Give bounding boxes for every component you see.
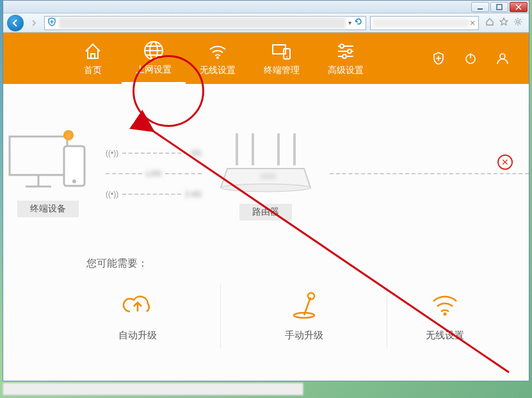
svg-point-9 xyxy=(340,44,344,48)
svg-point-2 xyxy=(517,21,519,23)
nav-right-icons xyxy=(431,33,529,84)
svg-rect-1 xyxy=(497,4,502,10)
sliders-icon xyxy=(335,40,356,62)
svg-point-23 xyxy=(444,313,447,316)
wan-connection-line xyxy=(330,173,529,174)
connection-error-icon: ✕ xyxy=(497,154,513,170)
card-label: 手动升级 xyxy=(285,329,323,342)
svg-rect-14 xyxy=(10,137,67,175)
card-wifi-settings[interactable]: 无线设置 xyxy=(387,283,503,348)
svg-rect-0 xyxy=(478,8,483,10)
suggestion-cards: 自动升级 手动升级 无线设置 xyxy=(3,283,529,348)
wifi-icon xyxy=(430,290,460,320)
wifi-signal-icon: ((•)) xyxy=(106,149,118,158)
card-label: 自动升级 xyxy=(118,329,157,342)
favorites-icon[interactable] xyxy=(499,17,508,28)
wifi-icon xyxy=(207,40,228,62)
forward-button[interactable] xyxy=(28,17,40,29)
client-devices: 2 终端设备 xyxy=(3,130,93,217)
svg-text:2: 2 xyxy=(67,132,70,140)
nav-advanced-settings[interactable]: 高级设置 xyxy=(314,33,378,84)
router-label: 路由器 xyxy=(239,204,292,220)
nav-advanced-label: 高级设置 xyxy=(328,65,364,76)
router-device: 路由器 xyxy=(214,127,317,220)
svg-point-11 xyxy=(343,54,346,58)
svg-point-5 xyxy=(216,56,219,59)
nav-home[interactable]: 首页 xyxy=(64,33,122,84)
address-text xyxy=(59,17,346,29)
window-close-button[interactable] xyxy=(510,2,528,12)
window-minimize-button[interactable] xyxy=(471,2,489,12)
lever-icon xyxy=(289,290,319,320)
svg-rect-20 xyxy=(261,174,276,179)
lan-label: LAN xyxy=(146,169,161,178)
card-label: 无线设置 xyxy=(426,329,464,342)
nav-terminal-management[interactable]: 终端管理 xyxy=(250,33,314,84)
home-icon xyxy=(83,40,103,62)
browser-toolbar: ▾ ✕ xyxy=(3,13,529,33)
search-clear-icon[interactable]: ✕ xyxy=(469,19,476,28)
address-bar[interactable]: ▾ xyxy=(44,16,366,30)
search-text xyxy=(373,19,469,28)
settings-icon[interactable] xyxy=(513,17,522,28)
shield-icon[interactable] xyxy=(431,51,446,65)
user-icon[interactable] xyxy=(496,51,510,65)
power-icon[interactable] xyxy=(463,51,478,65)
nav-wireless-settings[interactable]: 无线设置 xyxy=(186,33,250,84)
home-icon[interactable] xyxy=(485,17,494,28)
monitor-phone-icon: 2 xyxy=(3,130,93,194)
device-label: 终端设备 xyxy=(17,201,79,217)
browser-window: ▾ ✕ 首页 xyxy=(3,0,529,381)
svg-point-8 xyxy=(286,56,287,58)
browser-statusbar xyxy=(3,383,303,395)
card-auto-upgrade[interactable]: 自动升级 xyxy=(54,283,221,348)
page-body: 2 终端设备 ((•)) 5G LAN xyxy=(3,84,529,381)
nav-internet-label: 上网设置 xyxy=(136,64,172,76)
wifi-signal-icon: ((•)) xyxy=(106,190,118,199)
nav-terminal-label: 终端管理 xyxy=(264,65,300,76)
nav-home-label: 首页 xyxy=(84,65,102,76)
suggestions-title: 您可能需要： xyxy=(86,257,529,270)
nav-wireless-label: 无线设置 xyxy=(200,65,236,76)
toolbar-icons xyxy=(483,17,525,28)
band-24g-label: 2.4G xyxy=(185,190,202,199)
svg-point-16 xyxy=(72,179,76,183)
window-titlebar xyxy=(3,1,529,13)
band-5g-label: 5G xyxy=(191,149,202,158)
refresh-button[interactable] xyxy=(354,17,363,29)
nav-internet-settings[interactable]: 上网设置 xyxy=(122,33,186,84)
page-content: 首页 上网设置 无线设置 终端管理 xyxy=(3,33,529,381)
card-manual-upgrade[interactable]: 手动升级 xyxy=(221,283,387,348)
svg-point-10 xyxy=(348,49,351,53)
svg-point-19 xyxy=(221,184,310,192)
main-nav: 首页 上网设置 无线设置 终端管理 xyxy=(3,33,529,84)
back-button[interactable] xyxy=(7,15,24,31)
svg-point-22 xyxy=(308,293,314,299)
cloud-upload-icon xyxy=(121,290,154,320)
address-dropdown-icon[interactable]: ▾ xyxy=(348,19,351,26)
globe-icon xyxy=(143,40,165,62)
network-topology: 2 终端设备 ((•)) 5G LAN xyxy=(3,110,529,238)
window-maximize-button[interactable] xyxy=(490,2,508,12)
security-shield-icon xyxy=(47,17,56,29)
search-bar[interactable]: ✕ xyxy=(370,16,479,30)
router-icon xyxy=(214,127,317,197)
svg-point-13 xyxy=(500,54,505,59)
devices-icon xyxy=(271,40,293,62)
connection-lines: ((•)) 5G LAN ((•)) 2.4G xyxy=(106,149,202,199)
